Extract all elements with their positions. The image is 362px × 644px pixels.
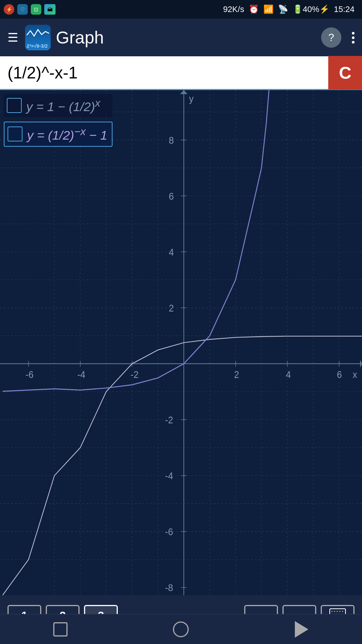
svg-text:2: 2 (234, 369, 239, 380)
battery-status: 🔋40%⚡ (293, 5, 329, 14)
nav-circle-icon (173, 621, 189, 637)
nav-square-icon (53, 622, 68, 636)
svg-text:6: 6 (169, 191, 174, 202)
app-icon-1: ⚡ (4, 4, 14, 15)
app-icon-3: ⊡ (31, 4, 41, 15)
menu-dot (352, 32, 354, 35)
equation-checkbox-2[interactable] (8, 126, 23, 141)
graph-area[interactable]: y = 1 − (1/2)x y = (1/2)−x − 1 (0, 90, 362, 595)
svg-text:-6: -6 (165, 526, 173, 537)
app-logo: 2³×√9-3/2 (25, 25, 51, 50)
menu-dot (352, 36, 354, 39)
nav-back-button[interactable] (287, 618, 317, 641)
graph-svg: -2 -4 -6 2 4 6 x 2 4 6 8 -2 -4 -6 -8 y (0, 90, 362, 595)
svg-text:-6: -6 (26, 369, 33, 380)
equation-list: y = 1 − (1/2)x y = (1/2)−x − 1 (4, 94, 113, 147)
svg-text:x: x (353, 369, 357, 380)
svg-text:4: 4 (169, 247, 174, 257)
menu-dot (352, 41, 354, 44)
svg-text:-4: -4 (165, 470, 173, 481)
formula-input[interactable] (0, 56, 328, 89)
svg-text:8: 8 (169, 135, 174, 146)
svg-text:2: 2 (169, 302, 174, 313)
more-options-button[interactable] (350, 30, 356, 45)
app-title: Graph (56, 27, 316, 48)
wifi-icon: 📶 (263, 5, 273, 14)
svg-text:y: y (189, 93, 194, 104)
svg-text:-2: -2 (131, 369, 138, 380)
signal-icon: 📡 (278, 5, 288, 14)
app-header: ☰ 2³×√9-3/2 Graph ? (0, 19, 362, 56)
equation-text-2: y = (1/2)−x − 1 (27, 125, 107, 143)
hamburger-menu-button[interactable]: ☰ (6, 29, 20, 46)
logo-inner: 2³×√9-3/2 (25, 25, 51, 50)
svg-marker-33 (180, 90, 188, 94)
help-button[interactable]: ? (321, 27, 341, 48)
nav-bar (0, 614, 362, 644)
nav-back-icon (295, 621, 308, 638)
svg-text:6: 6 (337, 369, 342, 380)
equation-item-2[interactable]: y = (1/2)−x − 1 (4, 122, 113, 146)
svg-text:-4: -4 (77, 369, 85, 380)
svg-marker-31 (360, 360, 362, 368)
svg-text:4: 4 (286, 369, 291, 380)
nav-home-button[interactable] (166, 618, 196, 641)
left-status-icons: ⚡ ♡ ⊡ 🏔 (0, 0, 56, 19)
clock: 15:24 (334, 5, 354, 14)
input-area: C (0, 56, 362, 90)
app-icon-2: ♡ (17, 4, 28, 15)
status-bar: ⚡ ♡ ⊡ 🏔 92K/s ⏰ 📶 📡 🔋40%⚡ 15:24 (0, 0, 362, 19)
equation-text-1: y = 1 − (1/2)x (26, 97, 101, 114)
nav-square-button[interactable] (45, 618, 75, 641)
clear-button[interactable]: C (328, 56, 362, 90)
equation-checkbox-1[interactable] (7, 98, 22, 113)
svg-text:-8: -8 (165, 582, 173, 593)
equation-item-1[interactable]: y = 1 − (1/2)x (4, 94, 113, 117)
network-speed: 92K/s (223, 5, 244, 14)
alarm-icon: ⏰ (249, 5, 259, 14)
app-icon-4: 🏔 (44, 4, 56, 15)
svg-text:-2: -2 (165, 414, 173, 425)
